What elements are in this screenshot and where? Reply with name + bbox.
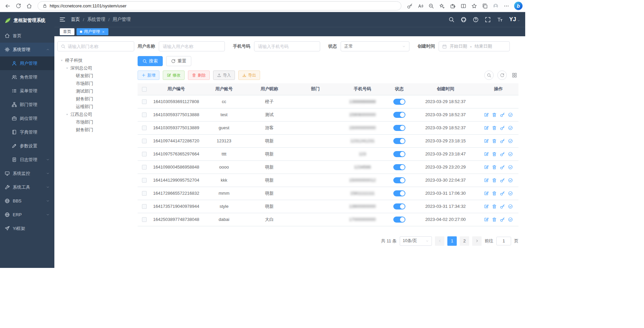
- import-button[interactable]: 导入: [213, 71, 235, 80]
- reset-password-icon[interactable]: [500, 204, 505, 209]
- edit-icon[interactable]: [484, 165, 489, 170]
- sidebar-item-home[interactable]: 首页: [0, 29, 54, 43]
- delete-icon[interactable]: [492, 178, 497, 183]
- assign-role-icon[interactable]: [508, 191, 513, 196]
- delete-icon[interactable]: [492, 112, 497, 117]
- back-button[interactable]: [3, 1, 13, 11]
- row-checkbox[interactable]: [142, 112, 147, 117]
- tab-home[interactable]: 首页: [60, 28, 75, 35]
- edit-icon[interactable]: [484, 217, 489, 222]
- assign-role-icon[interactable]: [508, 139, 513, 143]
- edit-icon[interactable]: [484, 126, 489, 130]
- status-toggle[interactable]: [393, 164, 405, 170]
- row-checkbox[interactable]: [142, 152, 147, 156]
- search-icon[interactable]: [449, 17, 454, 22]
- reset-password-icon[interactable]: [500, 165, 505, 170]
- page-button-1[interactable]: 1: [447, 236, 457, 246]
- sidebar-item-system-management[interactable]: 系统管理: [0, 43, 54, 56]
- browser-menu-icon[interactable]: [501, 1, 511, 11]
- page-button-2[interactable]: 2: [460, 236, 469, 246]
- row-checkbox[interactable]: [142, 139, 147, 143]
- refresh-table-button[interactable]: [497, 71, 507, 80]
- zoom-out-icon[interactable]: [426, 1, 436, 11]
- extensions-icon[interactable]: [448, 1, 458, 11]
- browser-home-button[interactable]: [24, 1, 34, 11]
- github-icon[interactable]: [461, 17, 466, 22]
- breadcrumb-item-system[interactable]: 系统管理: [87, 16, 105, 22]
- phone-input[interactable]: [254, 41, 320, 51]
- row-checkbox[interactable]: [142, 99, 147, 104]
- edit-icon[interactable]: [484, 112, 489, 117]
- address-bar[interactable]: https://ccnetcore.com:1101/system/user: [38, 1, 401, 10]
- status-toggle[interactable]: [393, 177, 405, 183]
- assign-role-icon[interactable]: [508, 126, 513, 130]
- sidebar-item-system-tools[interactable]: 系统工具: [0, 180, 54, 194]
- prev-page-button[interactable]: [435, 236, 444, 246]
- add-button[interactable]: 新增: [138, 71, 159, 80]
- delete-icon[interactable]: [492, 126, 497, 130]
- assign-role-icon[interactable]: [508, 178, 513, 183]
- status-toggle[interactable]: [393, 190, 405, 196]
- reset-password-icon[interactable]: [500, 139, 505, 143]
- select-all-checkbox[interactable]: [142, 87, 147, 92]
- edit-icon[interactable]: [484, 191, 489, 196]
- favorites-icon[interactable]: [469, 1, 479, 11]
- tree-node[interactable]: 市场部门: [57, 118, 134, 126]
- reset-password-icon[interactable]: [500, 191, 505, 196]
- status-toggle[interactable]: [393, 125, 405, 131]
- status-toggle[interactable]: [393, 138, 405, 144]
- reset-password-icon[interactable]: [500, 152, 505, 156]
- reset-button[interactable]: 重置: [166, 56, 191, 66]
- status-toggle[interactable]: [393, 151, 405, 157]
- columns-toggle-button[interactable]: [510, 71, 518, 79]
- profile-avatar[interactable]: [491, 1, 501, 11]
- sidebar-item-menu-management[interactable]: 菜单管理: [0, 84, 54, 98]
- fullscreen-icon[interactable]: [485, 17, 491, 22]
- add-favorite-icon[interactable]: [437, 1, 447, 11]
- toggle-search-button[interactable]: [484, 71, 494, 80]
- breadcrumb-item-home[interactable]: 首页: [71, 16, 80, 22]
- row-checkbox[interactable]: [142, 165, 147, 170]
- assign-role-icon[interactable]: [508, 152, 513, 156]
- dept-search-input[interactable]: [68, 44, 131, 49]
- tree-node[interactable]: 江西总公司: [57, 110, 134, 118]
- read-aloud-icon[interactable]: [415, 1, 426, 11]
- reload-button[interactable]: [13, 1, 23, 11]
- status-toggle[interactable]: [393, 99, 405, 105]
- sidebar-item-yi-framework[interactable]: Yi框架: [0, 222, 54, 235]
- tree-node[interactable]: 财务部门: [57, 126, 134, 134]
- tree-node[interactable]: 测试部门: [57, 87, 134, 95]
- edit-icon[interactable]: [484, 204, 489, 209]
- user-menu[interactable]: YJ: [509, 16, 520, 23]
- username-input[interactable]: [159, 41, 225, 51]
- delete-button[interactable]: 删除: [188, 71, 210, 80]
- sidebar-item-erp[interactable]: ERP: [0, 208, 54, 222]
- copilot-icon[interactable]: b: [514, 2, 523, 10]
- collections-icon[interactable]: [480, 1, 490, 11]
- assign-role-icon[interactable]: [508, 204, 513, 209]
- search-button[interactable]: 搜索: [138, 56, 163, 66]
- tree-node[interactable]: 深圳总公司: [57, 64, 134, 72]
- close-icon[interactable]: [102, 30, 105, 34]
- reset-password-icon[interactable]: [500, 178, 505, 183]
- tree-node[interactable]: 市场部门: [57, 80, 134, 87]
- assign-role-icon[interactable]: [508, 217, 513, 222]
- page-size-select[interactable]: 10条/页: [400, 236, 432, 246]
- edit-icon[interactable]: [484, 139, 489, 143]
- reset-password-icon[interactable]: [500, 217, 505, 222]
- sidebar-item-param-settings[interactable]: 参数设置: [0, 139, 54, 153]
- password-key-icon[interactable]: [405, 1, 415, 11]
- hamburger-icon[interactable]: [59, 16, 65, 22]
- tree-node[interactable]: 运维部门: [57, 103, 134, 110]
- tab-user-management[interactable]: 用户管理: [77, 28, 108, 35]
- row-checkbox[interactable]: [142, 178, 147, 183]
- next-page-button[interactable]: [472, 236, 482, 246]
- breadcrumb-item-user[interactable]: 用户管理: [113, 16, 131, 22]
- delete-icon[interactable]: [492, 217, 497, 222]
- delete-icon[interactable]: [492, 152, 497, 156]
- tree-node[interactable]: 橙子科技: [57, 56, 134, 64]
- sidebar-item-user-management[interactable]: 用户管理: [0, 56, 54, 70]
- sidebar-item-post-management[interactable]: 岗位管理: [0, 111, 54, 125]
- export-button[interactable]: 导出: [238, 71, 260, 80]
- status-select[interactable]: 正常: [341, 41, 409, 51]
